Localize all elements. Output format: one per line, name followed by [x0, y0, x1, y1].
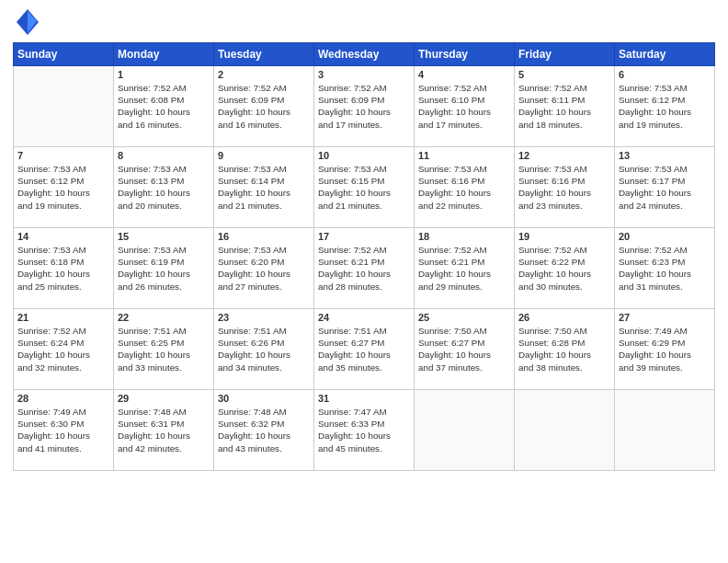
header-day-sunday: Sunday [14, 43, 114, 66]
logo-icon [17, 9, 39, 35]
calendar-cell: 26Sunrise: 7:50 AMSunset: 6:28 PMDayligh… [515, 309, 615, 390]
day-info: Sunrise: 7:53 AMSunset: 6:16 PMDaylight:… [518, 163, 610, 212]
day-number: 19 [518, 231, 610, 242]
day-number: 27 [619, 312, 711, 323]
day-info: Sunrise: 7:52 AMSunset: 6:09 PMDaylight:… [318, 82, 410, 131]
day-number: 29 [118, 393, 210, 404]
day-info: Sunrise: 7:52 AMSunset: 6:21 PMDaylight:… [418, 244, 510, 293]
day-number: 4 [418, 69, 510, 80]
day-number: 17 [318, 231, 410, 242]
calendar-cell: 4Sunrise: 7:52 AMSunset: 6:10 PMDaylight… [415, 66, 515, 147]
day-number: 6 [619, 69, 711, 80]
week-row-5: 28Sunrise: 7:49 AMSunset: 6:30 PMDayligh… [14, 390, 715, 471]
day-number: 24 [318, 312, 410, 323]
calendar-cell: 29Sunrise: 7:48 AMSunset: 6:31 PMDayligh… [114, 390, 214, 471]
calendar-cell: 27Sunrise: 7:49 AMSunset: 6:29 PMDayligh… [615, 309, 715, 390]
calendar-cell: 5Sunrise: 7:52 AMSunset: 6:11 PMDaylight… [515, 66, 615, 147]
day-info: Sunrise: 7:53 AMSunset: 6:13 PMDaylight:… [118, 163, 210, 212]
day-info: Sunrise: 7:48 AMSunset: 6:31 PMDaylight:… [118, 406, 210, 454]
calendar-cell: 1Sunrise: 7:52 AMSunset: 6:08 PMDaylight… [114, 66, 214, 147]
day-number: 23 [218, 312, 310, 323]
day-info: Sunrise: 7:49 AMSunset: 6:29 PMDaylight:… [619, 325, 711, 373]
calendar-cell: 19Sunrise: 7:52 AMSunset: 6:22 PMDayligh… [515, 228, 615, 309]
day-info: Sunrise: 7:52 AMSunset: 6:11 PMDaylight:… [518, 82, 610, 131]
day-number: 31 [318, 393, 410, 404]
day-number: 22 [118, 312, 210, 323]
day-number: 13 [619, 150, 711, 161]
day-number: 9 [218, 150, 310, 161]
day-info: Sunrise: 7:52 AMSunset: 6:23 PMDaylight:… [619, 244, 711, 293]
calendar-cell: 17Sunrise: 7:52 AMSunset: 6:21 PMDayligh… [314, 228, 415, 309]
day-info: Sunrise: 7:51 AMSunset: 6:27 PMDaylight:… [318, 325, 410, 373]
logo [13, 13, 39, 35]
calendar-cell: 10Sunrise: 7:53 AMSunset: 6:15 PMDayligh… [314, 147, 415, 228]
day-info: Sunrise: 7:53 AMSunset: 6:18 PMDaylight:… [17, 244, 109, 293]
header-row: SundayMondayTuesdayWednesdayThursdayFrid… [14, 43, 715, 66]
header-day-thursday: Thursday [415, 43, 515, 66]
day-info: Sunrise: 7:53 AMSunset: 6:20 PMDaylight:… [218, 244, 310, 293]
calendar-cell [515, 390, 615, 471]
day-number: 3 [318, 69, 410, 80]
calendar-cell [14, 66, 114, 147]
day-info: Sunrise: 7:50 AMSunset: 6:28 PMDaylight:… [518, 325, 610, 373]
calendar-cell: 18Sunrise: 7:52 AMSunset: 6:21 PMDayligh… [415, 228, 515, 309]
calendar-header: SundayMondayTuesdayWednesdayThursdayFrid… [14, 43, 715, 66]
header-day-monday: Monday [114, 43, 214, 66]
day-number: 1 [118, 69, 210, 80]
day-info: Sunrise: 7:52 AMSunset: 6:08 PMDaylight:… [118, 82, 210, 131]
calendar-cell: 28Sunrise: 7:49 AMSunset: 6:30 PMDayligh… [14, 390, 114, 471]
calendar-cell: 6Sunrise: 7:53 AMSunset: 6:12 PMDaylight… [615, 66, 715, 147]
day-info: Sunrise: 7:52 AMSunset: 6:24 PMDaylight:… [17, 325, 109, 373]
calendar-cell: 25Sunrise: 7:50 AMSunset: 6:27 PMDayligh… [415, 309, 515, 390]
header-day-wednesday: Wednesday [314, 43, 415, 66]
week-row-4: 21Sunrise: 7:52 AMSunset: 6:24 PMDayligh… [14, 309, 715, 390]
day-number: 10 [318, 150, 410, 161]
calendar-cell: 15Sunrise: 7:53 AMSunset: 6:19 PMDayligh… [114, 228, 214, 309]
day-number: 14 [17, 231, 109, 242]
calendar-cell: 21Sunrise: 7:52 AMSunset: 6:24 PMDayligh… [14, 309, 114, 390]
header [13, 9, 715, 35]
day-info: Sunrise: 7:52 AMSunset: 6:09 PMDaylight:… [218, 82, 310, 131]
day-info: Sunrise: 7:53 AMSunset: 6:19 PMDaylight:… [118, 244, 210, 293]
day-number: 11 [418, 150, 510, 161]
page: SundayMondayTuesdayWednesdayThursdayFrid… [0, 0, 728, 563]
calendar-cell: 14Sunrise: 7:53 AMSunset: 6:18 PMDayligh… [14, 228, 114, 309]
header-day-friday: Friday [515, 43, 615, 66]
day-number: 20 [619, 231, 711, 242]
calendar-cell: 9Sunrise: 7:53 AMSunset: 6:14 PMDaylight… [214, 147, 314, 228]
calendar-cell [415, 390, 515, 471]
svg-marker-1 [28, 11, 37, 33]
day-info: Sunrise: 7:48 AMSunset: 6:32 PMDaylight:… [218, 406, 310, 454]
day-info: Sunrise: 7:52 AMSunset: 6:22 PMDaylight:… [518, 244, 610, 293]
day-number: 12 [518, 150, 610, 161]
calendar-cell: 12Sunrise: 7:53 AMSunset: 6:16 PMDayligh… [515, 147, 615, 228]
day-info: Sunrise: 7:53 AMSunset: 6:15 PMDaylight:… [318, 163, 410, 212]
day-number: 8 [118, 150, 210, 161]
week-row-1: 1Sunrise: 7:52 AMSunset: 6:08 PMDaylight… [14, 66, 715, 147]
day-number: 7 [17, 150, 109, 161]
day-info: Sunrise: 7:51 AMSunset: 6:25 PMDaylight:… [118, 325, 210, 373]
day-info: Sunrise: 7:49 AMSunset: 6:30 PMDaylight:… [17, 406, 109, 454]
day-info: Sunrise: 7:53 AMSunset: 6:14 PMDaylight:… [218, 163, 310, 212]
day-info: Sunrise: 7:52 AMSunset: 6:21 PMDaylight:… [318, 244, 410, 293]
day-number: 21 [17, 312, 109, 323]
header-day-saturday: Saturday [615, 43, 715, 66]
week-row-3: 14Sunrise: 7:53 AMSunset: 6:18 PMDayligh… [14, 228, 715, 309]
calendar-cell: 31Sunrise: 7:47 AMSunset: 6:33 PMDayligh… [314, 390, 415, 471]
calendar-cell: 3Sunrise: 7:52 AMSunset: 6:09 PMDaylight… [314, 66, 415, 147]
calendar-cell: 16Sunrise: 7:53 AMSunset: 6:20 PMDayligh… [214, 228, 314, 309]
day-number: 18 [418, 231, 510, 242]
calendar-cell: 2Sunrise: 7:52 AMSunset: 6:09 PMDaylight… [214, 66, 314, 147]
calendar-cell [615, 390, 715, 471]
calendar-cell: 30Sunrise: 7:48 AMSunset: 6:32 PMDayligh… [214, 390, 314, 471]
calendar-cell: 23Sunrise: 7:51 AMSunset: 6:26 PMDayligh… [214, 309, 314, 390]
calendar-table: SundayMondayTuesdayWednesdayThursdayFrid… [13, 42, 715, 471]
day-number: 25 [418, 312, 510, 323]
week-row-2: 7Sunrise: 7:53 AMSunset: 6:12 PMDaylight… [14, 147, 715, 228]
day-number: 28 [17, 393, 109, 404]
day-number: 26 [518, 312, 610, 323]
calendar-cell: 24Sunrise: 7:51 AMSunset: 6:27 PMDayligh… [314, 309, 415, 390]
day-number: 5 [518, 69, 610, 80]
day-info: Sunrise: 7:52 AMSunset: 6:10 PMDaylight:… [418, 82, 510, 131]
day-number: 2 [218, 69, 310, 80]
